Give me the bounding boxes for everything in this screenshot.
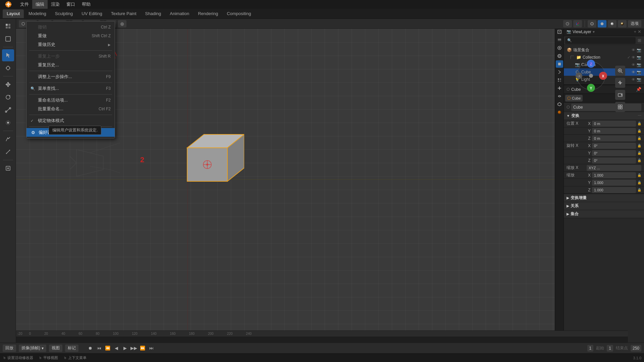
menu-lock-object-mode[interactable]: ✓ 锁定物体模式 [26,116,115,125]
play-btn[interactable]: ▶ [121,345,129,352]
remove-viewlayer-btn[interactable]: ✕ [638,29,641,34]
skip-to-start-btn[interactable]: ⏮ [95,345,103,352]
render-cam[interactable]: 📷 [637,63,641,67]
mode-value[interactable]: XYZ ... [587,165,641,171]
rot-x-lock[interactable]: 🔒 [637,144,641,147]
transform-options[interactable]: ⋯ [638,114,641,118]
transform-section-header[interactable]: ▼ 变换 ⋯ [564,112,644,120]
scale-z-lock[interactable]: 🔒 [637,188,641,192]
prev-keyframe-btn[interactable]: ⏪ [104,345,111,352]
tab-layout[interactable]: Layout [3,9,24,18]
tab-rendering[interactable]: Rendering [194,9,222,18]
eye-cube[interactable]: 👁 [632,70,635,74]
next-frame-btn[interactable]: ▶▶ [130,345,138,352]
material-props-tab[interactable] [556,109,563,116]
output-props-tab[interactable] [556,28,563,36]
view-layer-props-tab[interactable] [556,36,563,44]
next-keyframe-btn[interactable]: ⏩ [139,345,146,352]
relations-header[interactable]: ▶ 关系 [564,202,644,210]
grid-view-btn[interactable] [615,102,625,112]
particles-props-tab[interactable] [556,76,563,84]
transform-tool[interactable] [2,117,14,129]
eye-light[interactable]: 👁 [632,77,635,82]
blender-logo[interactable] [0,0,17,9]
outliner-scene-collection[interactable]: 📦 场景集合 👁 📷 [564,46,644,54]
overlay-btn[interactable] [563,20,572,27]
outliner-search[interactable]: 🔍 [565,37,636,44]
tab-sculpting[interactable]: Sculpting [51,9,77,18]
viewlayer-selector[interactable]: 📷 ViewLayer ▾ [567,29,595,34]
rot-z-value[interactable]: 0° [592,158,636,164]
mode-selector[interactable] [2,20,14,32]
add-object-btn[interactable] [2,162,14,174]
move-tool[interactable] [2,78,14,90]
render-cube[interactable]: 📷 [637,70,641,74]
render-icon-scene[interactable]: 📷 [637,48,641,52]
rot-y-value[interactable]: 0° [592,150,636,156]
object-props-tab[interactable] [556,60,563,68]
tab-modeling[interactable]: Modeling [24,9,50,18]
record-btn[interactable]: ⏺ [87,345,94,352]
loc-x-lock[interactable]: 🔒 [637,122,641,125]
prev-frame-btn[interactable]: ◀ [113,345,120,352]
scene-props-tab[interactable] [556,44,563,52]
annotate-tool[interactable] [2,133,14,145]
eye-icon-scene[interactable]: 👁 [632,48,635,52]
nav-gizmo[interactable]: Z X -X Y [574,59,608,93]
menu-window[interactable]: 窗口 [63,0,78,9]
scale-x-value[interactable]: 1.000 [592,172,636,178]
render-light[interactable]: 📷 [637,77,641,82]
current-frame[interactable]: 1 [587,345,594,352]
skip-to-end-btn[interactable]: ⏭ [148,345,155,352]
delta-transform-header[interactable]: ▶ 变换增量 [564,194,644,202]
eye-cam[interactable]: 👁 [632,63,635,67]
zoom-in-btn[interactable] [615,66,625,76]
rotate-tool[interactable] [2,91,14,103]
menu-batch-rename[interactable]: 批量重命名... Ctrl F2 [26,105,115,113]
select-tool[interactable] [2,49,14,61]
rendered-mode-btn[interactable] [618,20,627,27]
pan-btn[interactable] [615,78,625,88]
loc-y-value[interactable]: 0 m [592,128,636,134]
proportional-btn[interactable]: ◎ [118,20,126,27]
props-data-tab[interactable]: ⬡ Cube [565,95,583,102]
loc-x-value[interactable]: 0 m [592,121,636,127]
cube-3d[interactable] [177,121,244,188]
menu-rename[interactable]: 重命名活动项... F2 [26,96,115,105]
scale-y-lock[interactable]: 🔒 [637,181,641,184]
loc-z-lock[interactable]: 🔒 [637,136,641,140]
marker2-btn[interactable]: 标记 [65,345,78,352]
menu-help[interactable]: 帮助 [78,0,94,9]
constraints-props-tab[interactable] [556,93,563,100]
gizmo-btn[interactable] [573,20,582,27]
menu-render[interactable]: 渲染 [48,0,63,9]
options-btn[interactable]: 选项 [628,20,641,27]
loc-y-lock[interactable]: 🔒 [637,129,641,133]
check-col[interactable]: ✓ [627,55,630,60]
add-viewlayer-btn[interactable]: + [634,29,636,34]
scale-z-value[interactable]: 1.000 [592,187,636,193]
filter-btn[interactable]: ⊞ [636,38,643,43]
scale-tool[interactable] [2,104,14,116]
menu-undo[interactable]: 撤销 Ctrl Z [26,23,115,32]
rot-z-lock[interactable]: 🔒 [637,159,641,162]
cam-col[interactable]: 📷 [637,55,641,60]
tab-compositing[interactable]: Compositing [223,9,255,18]
menu-redo[interactable]: 重做 Shift Ctrl Z [26,32,115,40]
tab-uv-editing[interactable]: UV Editing [77,9,106,18]
physics-props-tab[interactable] [556,84,563,92]
menu-edit[interactable]: 编辑 [32,0,48,9]
material-mode-btn[interactable] [608,20,616,27]
rot-x-value[interactable]: 0° [592,143,636,149]
props-pin-btn[interactable]: 📌 [636,87,641,92]
menu-repeat-last[interactable]: 重复上一步 Shift R [26,52,115,61]
scale-x-lock[interactable]: 🔒 [637,173,641,177]
modifier-props-tab[interactable] [556,68,563,76]
scale-y-value[interactable]: 1.000 [592,180,636,186]
camera-view-btn[interactable] [615,90,625,100]
playback-btn[interactable]: 回放 [3,345,16,352]
tab-texture-paint[interactable]: Texture Paint [107,9,141,18]
tab-shading[interactable]: Shading [141,9,165,18]
data-props-tab[interactable] [556,101,563,108]
tab-animation[interactable]: Animation [166,9,193,18]
